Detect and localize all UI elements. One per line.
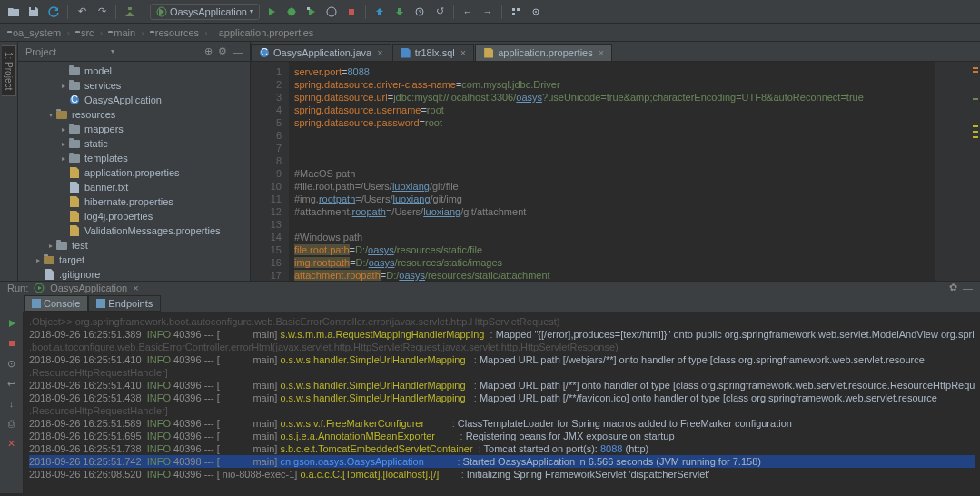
tree-node[interactable]: ValidationMessages.properties — [18, 223, 250, 238]
editor-tab[interactable]: application.properties× — [475, 44, 612, 61]
svg-rect-0 — [31, 7, 35, 10]
settings-icon[interactable]: ⚙ — [218, 45, 227, 57]
minimap[interactable] — [935, 62, 980, 281]
structure-icon[interactable] — [508, 4, 524, 20]
tree-node[interactable]: ▸static — [18, 136, 250, 151]
run-tab[interactable]: Endpoints — [88, 295, 161, 312]
console-toolbar: ⊙ ↩ ↓ ⎙ ✕ — [0, 312, 24, 493]
print-icon[interactable]: ⎙ — [4, 415, 20, 432]
line-gutter: 12345678910111213141516171819 — [251, 62, 289, 281]
clear-icon[interactable]: ✕ — [4, 435, 20, 451]
hide-icon[interactable]: — — [963, 283, 973, 293]
back-icon[interactable]: ← — [460, 4, 476, 20]
svg-text:C: C — [71, 94, 78, 104]
chevron-down-icon: ▾ — [250, 7, 253, 15]
redo-icon[interactable]: ↷ — [94, 4, 110, 20]
svg-rect-6 — [349, 9, 354, 15]
vcs-update-icon[interactable] — [371, 4, 388, 20]
main-toolbar: ↶ ↷ OasysApplication ▾ ↺ ← → — [0, 0, 980, 24]
close-icon[interactable]: × — [460, 47, 466, 58]
left-gutter: 1: Project — [0, 42, 18, 281]
tree-node[interactable]: .gitignore — [18, 267, 250, 281]
svg-point-3 — [288, 8, 295, 15]
panel-title: Project — [25, 46, 105, 57]
coverage-icon[interactable] — [303, 4, 320, 20]
tree-node[interactable]: COasysApplication — [18, 93, 250, 107]
svg-text:C: C — [261, 47, 268, 57]
editor-tab[interactable]: tr18lx.sql× — [392, 44, 474, 61]
code-editor[interactable]: server.port=8088spring.datasource.driver… — [289, 62, 935, 281]
run-tab[interactable]: Console — [24, 295, 88, 312]
bc-4[interactable]: application.properties — [219, 27, 314, 38]
scroll-end-icon[interactable]: ↓ — [4, 395, 20, 412]
open-file-icon[interactable] — [5, 4, 22, 20]
run-label: Run: — [7, 283, 28, 293]
run-panel-header: Run: OasysApplication × ✿ — — [0, 281, 980, 293]
svg-rect-9 — [517, 8, 520, 11]
run-icon[interactable] — [263, 4, 280, 20]
editor-tab[interactable]: COasysApplication.java× — [251, 44, 391, 61]
run-config-name: OasysApplication — [50, 283, 127, 293]
run-config-selector[interactable]: OasysApplication ▾ — [150, 4, 260, 20]
project-tree[interactable]: model▸services COasysApplication▾resourc… — [18, 62, 250, 281]
save-icon[interactable] — [25, 4, 42, 20]
close-thin-icon[interactable]: × — [133, 283, 138, 293]
tree-node[interactable]: model — [18, 64, 250, 78]
svg-rect-8 — [512, 8, 515, 11]
bc-0[interactable]: oa_system — [13, 27, 61, 38]
settings-icon[interactable] — [528, 4, 544, 20]
svg-rect-4 — [307, 7, 310, 10]
build-icon[interactable] — [122, 4, 138, 20]
svg-rect-18 — [32, 299, 41, 308]
tree-node[interactable]: ▸target — [18, 253, 250, 267]
bc-1[interactable]: src — [81, 27, 94, 38]
rerun-icon[interactable] — [4, 315, 20, 332]
stop-icon[interactable] — [343, 4, 360, 20]
debug-icon[interactable] — [283, 4, 300, 20]
svg-rect-1 — [128, 7, 132, 10]
run-tabs: ConsoleEndpoints — [0, 293, 980, 312]
tree-node[interactable]: banner.txt — [18, 180, 250, 194]
svg-point-12 — [535, 11, 537, 13]
undo-icon[interactable]: ↶ — [74, 4, 90, 20]
bc-3[interactable]: resources — [155, 27, 199, 38]
pin-icon[interactable]: ⊙ — [4, 355, 20, 372]
vcs-revert-icon[interactable]: ↺ — [431, 4, 448, 20]
tree-node[interactable]: application.properties — [18, 165, 250, 180]
close-icon[interactable]: × — [599, 47, 604, 58]
svg-point-5 — [327, 7, 336, 16]
stop-icon[interactable] — [4, 335, 20, 352]
tree-node[interactable]: ▸mappers — [18, 122, 250, 136]
editor-tabs: COasysApplication.java×tr18lx.sql×applic… — [251, 42, 980, 62]
project-panel: Project ▾ ⊕ ⚙ — model▸services COasysApp… — [18, 42, 251, 281]
svg-rect-19 — [96, 299, 105, 308]
run-config-label: OasysApplication — [170, 6, 247, 17]
settings-icon[interactable]: ✿ — [949, 282, 957, 293]
profile-icon[interactable] — [323, 4, 340, 20]
vcs-history-icon[interactable] — [411, 4, 428, 20]
svg-rect-10 — [512, 13, 515, 15]
hide-icon[interactable]: — — [233, 46, 243, 57]
breadcrumb: oa_system› src› main› resources› applica… — [0, 24, 980, 42]
tree-node[interactable]: log4j.properties — [18, 209, 250, 223]
refresh-icon[interactable] — [45, 4, 62, 20]
editor-area: COasysApplication.java×tr18lx.sql×applic… — [251, 42, 980, 281]
tree-node[interactable]: ▸templates — [18, 151, 250, 165]
collapse-icon[interactable]: ⊕ — [204, 45, 213, 57]
console-output[interactable]: .Object>> org.springframework.boot.autoc… — [24, 312, 980, 493]
tree-node[interactable]: ▸test — [18, 238, 250, 253]
svg-rect-20 — [9, 341, 15, 346]
tree-node[interactable]: ▸services — [18, 78, 250, 93]
tree-node[interactable]: hibernate.properties — [18, 194, 250, 209]
vcs-commit-icon[interactable] — [391, 4, 408, 20]
soft-wrap-icon[interactable]: ↩ — [4, 375, 20, 392]
close-icon[interactable]: × — [377, 47, 382, 58]
forward-icon[interactable]: → — [480, 4, 496, 20]
tree-node[interactable]: ▾resources — [18, 107, 250, 122]
project-tool-tab[interactable]: 1: Project — [2, 45, 16, 96]
bc-2[interactable]: main — [114, 27, 135, 38]
